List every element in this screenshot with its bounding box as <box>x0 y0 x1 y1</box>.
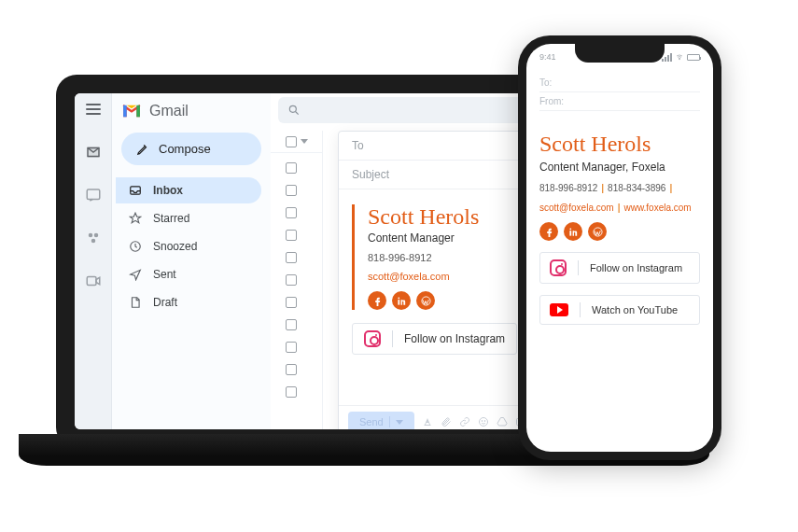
svg-point-9 <box>398 297 399 299</box>
phone-compose-body[interactable]: Scott Herols Content Manager, Foxela 818… <box>526 115 713 342</box>
send-icon <box>129 268 142 281</box>
chat-rail-icon[interactable] <box>85 187 102 203</box>
list-item[interactable] <box>271 314 322 336</box>
separator: | <box>601 183 604 193</box>
svg-point-12 <box>482 421 483 422</box>
email-list <box>271 131 323 429</box>
nav-label: Draft <box>153 296 177 309</box>
list-item[interactable] <box>271 179 322 202</box>
list-item[interactable] <box>271 224 322 246</box>
list-item[interactable] <box>271 246 322 269</box>
phone-signature-email[interactable]: scott@foxela.com <box>539 203 614 213</box>
svg-point-3 <box>91 239 95 244</box>
checkbox-icon <box>286 162 297 174</box>
drive-icon[interactable] <box>497 416 508 427</box>
list-item[interactable] <box>271 336 322 358</box>
gmail-brand-text: Gmail <box>149 103 189 119</box>
checkbox-icon <box>286 252 297 263</box>
phone-youtube-cta-button[interactable]: Watch on YouTube <box>539 295 700 325</box>
pencil-icon <box>136 143 149 156</box>
checkbox-icon <box>286 297 297 308</box>
link-icon[interactable] <box>459 416 470 427</box>
chevron-down-icon <box>396 420 403 425</box>
star-icon <box>129 212 142 225</box>
divider <box>392 330 393 347</box>
svg-point-7 <box>289 105 296 112</box>
facebook-icon[interactable] <box>368 291 386 310</box>
spaces-rail-icon[interactable] <box>85 230 102 246</box>
checkbox-icon <box>286 342 297 353</box>
divider <box>578 260 579 275</box>
draft-icon <box>129 296 142 309</box>
mail-rail-icon[interactable] <box>85 144 102 161</box>
send-button[interactable]: Send <box>348 412 414 429</box>
phone-number-1[interactable]: 818-996-8912 <box>539 183 597 193</box>
instagram-cta-button[interactable]: Follow on Instagram <box>352 323 517 355</box>
search-icon <box>287 104 301 117</box>
phone-compose-fields: To: From: <box>526 70 713 115</box>
phone-signature-website[interactable]: www.foxela.com <box>623 203 691 213</box>
checkbox-icon <box>286 207 297 218</box>
inbox-icon <box>129 184 142 197</box>
meet-rail-icon[interactable] <box>85 273 102 289</box>
nav-inbox[interactable]: Inbox <box>116 177 261 203</box>
checkbox-icon <box>286 230 297 241</box>
checkbox-icon <box>286 185 297 196</box>
svg-rect-0 <box>87 189 100 200</box>
linkedin-icon[interactable] <box>392 291 411 310</box>
nav-label: Inbox <box>153 184 183 197</box>
phone-social-row <box>539 222 700 241</box>
youtube-icon <box>550 303 568 316</box>
svg-point-2 <box>93 233 98 238</box>
phone-instagram-cta-button[interactable]: Follow on Instagram <box>539 252 700 284</box>
battery-icon <box>687 54 700 61</box>
nav-snoozed[interactable]: Snoozed <box>116 233 261 259</box>
gmail-logo-icon <box>121 104 142 119</box>
signature-phone: 818-996-8912 <box>368 252 479 263</box>
list-select-all[interactable] <box>271 131 322 153</box>
emoji-icon[interactable] <box>478 416 489 427</box>
signature-name: Scott Herols <box>368 204 479 230</box>
svg-rect-8 <box>398 300 399 305</box>
list-item[interactable] <box>271 291 322 314</box>
list-item[interactable] <box>271 157 322 179</box>
instagram-cta-label: Follow on Instagram <box>404 332 505 345</box>
nav-starred[interactable]: Starred <box>116 205 261 231</box>
signature-title: Content Manager <box>368 231 479 245</box>
send-label: Send <box>359 416 384 427</box>
facebook-icon[interactable] <box>539 222 558 241</box>
svg-rect-4 <box>87 277 96 286</box>
attach-icon[interactable] <box>441 416 452 427</box>
wordpress-icon[interactable] <box>416 291 435 310</box>
list-item[interactable] <box>271 358 322 381</box>
svg-point-17 <box>679 59 680 60</box>
wordpress-icon[interactable] <box>588 222 607 241</box>
nav-sent[interactable]: Sent <box>116 261 261 287</box>
phone-from-field[interactable]: From: <box>539 92 700 111</box>
instagram-icon <box>550 259 567 276</box>
phone-number-2[interactable]: 818-834-3896 <box>608 183 665 193</box>
phone-notch <box>575 44 665 63</box>
list-item[interactable] <box>271 269 322 291</box>
separator: | <box>669 183 672 193</box>
nav-draft[interactable]: Draft <box>116 289 261 315</box>
phone-to-field[interactable]: To: <box>539 74 700 92</box>
nav-label: Snoozed <box>153 240 197 253</box>
phone-youtube-cta-label: Watch on YouTube <box>592 304 678 315</box>
list-item[interactable] <box>271 381 322 403</box>
list-item[interactable] <box>271 202 322 224</box>
svg-point-13 <box>484 421 485 422</box>
signature-email[interactable]: scott@foxela.com <box>368 271 479 282</box>
compose-label: Compose <box>159 142 211 156</box>
compose-button[interactable]: Compose <box>121 133 261 165</box>
hamburger-icon[interactable] <box>85 101 102 118</box>
gmail-icon-rail <box>75 93 112 429</box>
status-time: 9:41 <box>539 52 556 62</box>
checkbox-icon <box>286 386 297 398</box>
gmail-sidebar: Gmail Compose Inbox Starred <box>112 93 271 429</box>
wifi-icon <box>675 53 684 61</box>
divider <box>389 416 390 427</box>
format-icon[interactable] <box>422 416 433 427</box>
linkedin-icon[interactable] <box>564 222 582 241</box>
checkbox-icon <box>286 319 297 330</box>
